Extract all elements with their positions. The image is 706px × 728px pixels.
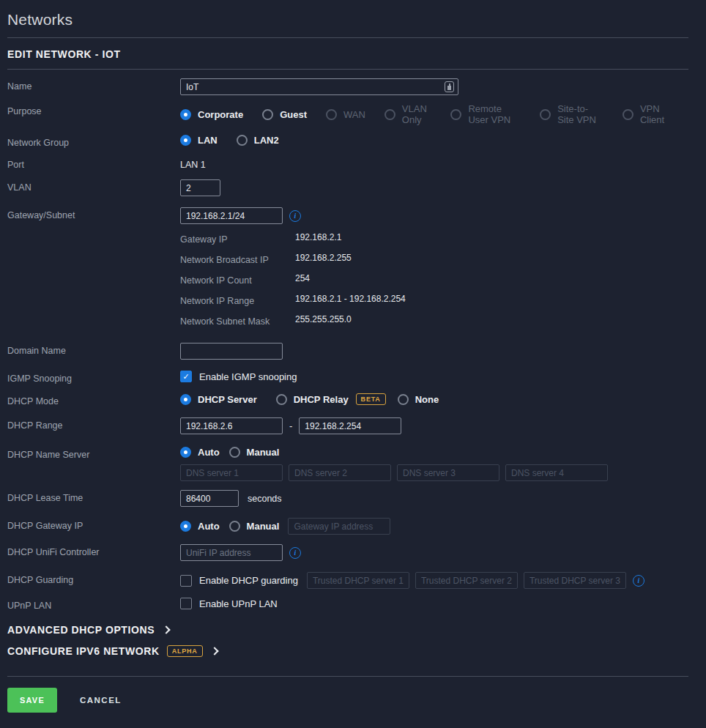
lease-time-unit: seconds (248, 494, 282, 504)
radio-icon (276, 394, 287, 405)
row-dhcp-mode: DHCP Mode DHCP Server DHCP Relay BETA No… (7, 393, 688, 406)
detail-ip-range: Network IP Range 192.168.2.1 - 192.168.2… (180, 294, 688, 306)
name-input[interactable] (180, 78, 458, 95)
purpose-radio-corporate[interactable]: Corporate (180, 109, 243, 120)
gateway-subnet-input[interactable] (180, 207, 283, 224)
checkbox-icon (180, 598, 192, 609)
row-vlan: VLAN (7, 179, 688, 196)
row-dhcp-lease-time: DHCP Lease Time seconds (7, 490, 688, 507)
dhcp-mode-label: DHCP Mode (7, 393, 180, 406)
domain-name-input[interactable] (180, 343, 283, 360)
purpose-radio-wan: WAN (326, 109, 365, 120)
dhcp-name-server-radio-manual[interactable]: Manual (229, 447, 280, 458)
save-button[interactable]: SAVE (7, 688, 57, 713)
divider (7, 69, 688, 70)
row-igmp-snooping: IGMP Snooping ✓ Enable IGMP snooping (7, 371, 688, 384)
dhcp-name-server-label: DHCP Name Server (7, 447, 180, 460)
dns-server-3-input (397, 464, 499, 481)
radio-icon (180, 109, 191, 120)
radio-icon (450, 109, 461, 120)
radio-icon (229, 447, 240, 458)
radio-icon (326, 109, 337, 120)
upnp-lan-checkbox[interactable]: Enable UPnP LAN (180, 598, 278, 609)
radio-icon (540, 109, 551, 120)
radio-icon (384, 109, 395, 120)
dns-server-4-input (505, 464, 608, 481)
dhcp-gateway-ip-label: DHCP Gateway IP (7, 518, 180, 531)
dhcp-mode-radio-relay[interactable]: DHCP Relay (276, 394, 349, 405)
name-label: Name (7, 78, 180, 92)
cancel-button[interactable]: CANCEL (80, 696, 122, 705)
networks-page: Networks EDIT NETWORK - IOT Name Purpose… (0, 0, 706, 713)
igmp-snooping-label: IGMP Snooping (7, 371, 180, 384)
igmp-snooping-checkbox[interactable]: ✓ Enable IGMP snooping (180, 371, 297, 382)
dhcp-lease-time-input[interactable] (180, 490, 239, 507)
purpose-radio-vlan-only: VLAN Only (384, 103, 432, 125)
domain-name-label: Domain Name (7, 343, 180, 356)
row-gateway-subnet: Gateway/Subnet i Gateway IP 192.168.2.1 … (7, 207, 688, 327)
dhcp-mode-radio-none[interactable]: None (398, 394, 439, 405)
row-dhcp-unifi-controller: DHCP UniFi Controller i (7, 544, 688, 561)
upnp-lan-label: UPnP LAN (7, 598, 180, 611)
network-group-radio-lan[interactable]: LAN (180, 135, 218, 146)
row-port: Port LAN 1 (7, 157, 688, 170)
section-title: EDIT NETWORK - IOT (7, 38, 688, 69)
range-separator: - (289, 420, 292, 431)
dhcp-unifi-controller-input[interactable] (180, 544, 283, 561)
dhcp-gateway-ip-radio-manual[interactable]: Manual (229, 521, 280, 532)
row-dhcp-gateway-ip: DHCP Gateway IP Auto Manual (7, 518, 688, 535)
footer-actions: SAVE CANCEL (7, 688, 688, 713)
dns-server-1-input (180, 464, 283, 481)
port-label: Port (7, 157, 180, 170)
detail-broadcast-ip: Network Broadcast IP 192.168.2.255 (180, 253, 688, 265)
network-group-radio-lan2[interactable]: LAN2 (237, 135, 279, 146)
info-icon[interactable]: i (289, 547, 301, 559)
dhcp-lease-time-label: DHCP Lease Time (7, 490, 180, 503)
gateway-subnet-label: Gateway/Subnet (7, 207, 180, 220)
vlan-input[interactable] (180, 179, 220, 196)
purpose-label: Purpose (7, 103, 180, 116)
row-purpose: Purpose Corporate Guest WAN VLAN Only Re… (7, 103, 688, 125)
row-name: Name (7, 78, 688, 95)
purpose-radio-guest[interactable]: Guest (262, 109, 307, 120)
chevron-right-icon (162, 625, 170, 634)
trusted-dhcp-server-1-input (307, 572, 409, 589)
radio-icon (180, 447, 191, 458)
dhcp-gateway-ip-input (288, 518, 390, 535)
radio-icon (180, 521, 191, 532)
dhcp-range-end-input[interactable] (299, 417, 401, 434)
row-dhcp-name-server: DHCP Name Server Auto Manual (7, 447, 688, 481)
info-icon[interactable]: i (289, 210, 301, 222)
port-value: LAN 1 (180, 157, 206, 170)
purpose-radio-vpn-client: VPN Client (623, 103, 669, 125)
dhcp-name-server-radio-auto[interactable]: Auto (180, 447, 220, 458)
dhcp-unifi-controller-label: DHCP UniFi Controller (7, 544, 180, 557)
radio-icon (262, 109, 273, 120)
detail-subnet-mask: Network Subnet Mask 255.255.255.0 (180, 314, 688, 327)
dhcp-gateway-ip-radio-auto[interactable]: Auto (180, 521, 220, 532)
radio-icon (398, 394, 409, 405)
dhcp-range-start-input[interactable] (180, 417, 283, 434)
row-dhcp-range: DHCP Range - (7, 417, 688, 434)
network-group-label: Network Group (7, 135, 180, 148)
info-icon[interactable]: i (633, 575, 644, 587)
dhcp-range-label: DHCP Range (7, 417, 180, 431)
radio-icon (180, 394, 191, 405)
vlan-label: VLAN (7, 179, 180, 193)
detail-ip-count: Network IP Count 254 (180, 273, 688, 286)
radio-icon (623, 109, 633, 120)
radio-icon (237, 135, 248, 146)
dns-server-2-input (289, 464, 391, 481)
detail-gateway-ip: Gateway IP 192.168.2.1 (180, 232, 688, 245)
advanced-dhcp-options-link[interactable]: ADVANCED DHCP OPTIONS (7, 624, 688, 636)
radio-icon (229, 521, 240, 532)
purpose-radio-remote-user-vpn: Remote User VPN (450, 103, 521, 125)
checkbox-icon: ✓ (180, 371, 192, 382)
row-domain-name: Domain Name (7, 343, 688, 360)
configure-ipv6-network-link[interactable]: CONFIGURE IPV6 NETWORK ALPHA (7, 645, 688, 657)
dhcp-guarding-checkbox[interactable]: Enable DHCP guarding (180, 575, 298, 587)
dhcp-guarding-label: DHCP Guarding (7, 572, 180, 585)
dhcp-mode-radio-server[interactable]: DHCP Server (180, 394, 257, 405)
row-network-group: Network Group LAN LAN2 (7, 135, 688, 148)
divider (7, 676, 688, 677)
